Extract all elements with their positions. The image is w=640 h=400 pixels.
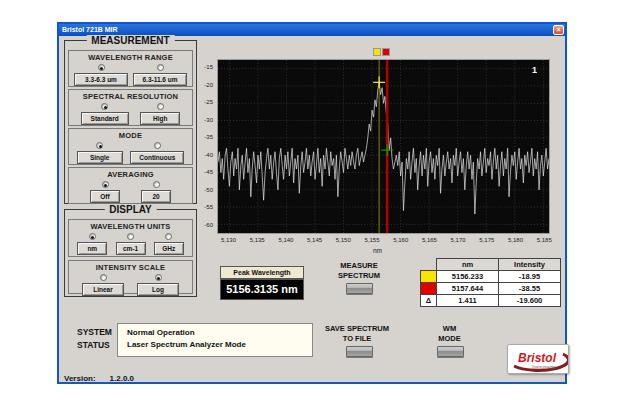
status-label: STATUS [77, 340, 110, 350]
status-line-1: Normal Operation [127, 328, 312, 337]
version-value: 1.2.0.0 [110, 374, 134, 383]
scale-log-radio[interactable] [155, 274, 162, 281]
y-tick-label: -60 [189, 222, 213, 228]
spectral-resolution-group: SPECTRAL RESOLUTION Standard High [68, 89, 193, 126]
mode-single-button[interactable]: Single [77, 151, 123, 164]
marker-table: nm Intensity 5156.233 -18.95 5157.644 -3… [420, 258, 561, 307]
averaging-title: AVERAGING [69, 170, 192, 179]
close-icon[interactable]: × [553, 25, 564, 35]
window-title: Bristol 721B MIR [62, 26, 118, 33]
wavelength-range-low-button[interactable]: 3.3-6.3 um [74, 73, 128, 86]
save-spectrum-label: SAVE SPECTRUM TO FILE [319, 324, 395, 344]
units-cm1-radio[interactable] [127, 233, 134, 240]
x-tick-label: 5,145 [300, 237, 330, 243]
y-tick-label: -50 [189, 187, 213, 193]
mode-title: MODE [69, 131, 192, 140]
y-tick-label: -45 [189, 169, 213, 175]
units-nm-button[interactable]: nm [77, 242, 107, 255]
x-tick-label: 5,155 [357, 237, 387, 243]
marker-table-header-nm: nm [437, 259, 499, 271]
wavelength-range-high-button[interactable]: 6.3-11.6 um [133, 73, 187, 86]
delta-symbol: Δ [421, 295, 437, 307]
marker-table-header-intensity: Intensity [499, 259, 561, 271]
status-line-2: Laser Spectrum Analyzer Mode [127, 340, 312, 349]
svg-text:Instruments: Instruments [532, 365, 556, 370]
wavelength-range-low-radio[interactable] [98, 64, 105, 71]
averaging-20-radio[interactable] [153, 181, 160, 188]
x-tick-label: 5,175 [472, 237, 502, 243]
measurement-group: MEASUREMENT WAVELENGTH RANGE 3.3-6.3 um … [64, 40, 197, 204]
peak-wavelength-value: 5156.3135 nm [220, 279, 304, 300]
averaging-off-radio[interactable] [102, 181, 109, 188]
units-nm-radio[interactable] [89, 233, 96, 240]
resolution-high-radio[interactable] [157, 103, 164, 110]
table-row: 5156.233 -18.95 [421, 271, 561, 283]
averaging-20-button[interactable]: 20 [141, 190, 171, 203]
wavelength-range-high-radio[interactable] [157, 64, 164, 71]
units-ghz-radio[interactable] [165, 233, 172, 240]
wavelength-units-title: WAVELENGTH UNITS [69, 222, 192, 231]
measure-spectrum-label: MEASURE SPECTRUM [329, 261, 389, 281]
x-axis-unit-label: nm [373, 247, 382, 254]
wm-mode-label: WM MODE [427, 324, 472, 344]
y-tick-label: -35 [189, 134, 213, 140]
scale-linear-button[interactable]: Linear [82, 283, 124, 296]
x-tick-label: 5,130 [213, 237, 243, 243]
x-tick-label: 5,135 [242, 237, 272, 243]
averaging-off-button[interactable]: Off [90, 190, 120, 203]
table-row: Δ 1.411 -19.600 [421, 295, 561, 307]
spectrum-plot[interactable] [217, 59, 550, 234]
mode-single-radio[interactable] [96, 142, 103, 149]
y-tick-label: -15 [189, 64, 213, 70]
wavelength-units-group: WAVELENGTH UNITS nm cm-1 GHz [68, 219, 193, 257]
units-ghz-button[interactable]: GHz [154, 242, 184, 255]
y-tick-label: -25 [189, 99, 213, 105]
display-group-title: DISPLAY [104, 204, 156, 215]
resolution-high-button[interactable]: High [140, 112, 180, 125]
y-tick-label: -20 [189, 82, 213, 88]
mode-continuous-button[interactable]: Continuous [130, 151, 184, 164]
marker1-intensity: -18.95 [499, 271, 561, 283]
spectral-resolution-title: SPECTRAL RESOLUTION [69, 92, 192, 101]
delta-intensity: -19.600 [499, 295, 561, 307]
measurement-group-title: MEASUREMENT [86, 35, 174, 46]
marker-table-header-row: nm Intensity [421, 259, 561, 271]
y-tick-label: -55 [189, 204, 213, 210]
x-tick-label: 5,185 [529, 237, 559, 243]
intensity-scale-group: INTENSITY SCALE Linear Log [68, 260, 193, 294]
x-tick-label: 5,180 [501, 237, 531, 243]
x-tick-label: 5,165 [414, 237, 444, 243]
scale-log-button[interactable]: Log [137, 283, 179, 296]
intensity-scale-title: INTENSITY SCALE [69, 263, 192, 272]
bristol-logo: Bristol Instruments [507, 344, 569, 374]
app-window: Bristol 721B MIR × MEASUREMENT WAVELENGT… [57, 22, 567, 384]
mode-continuous-radio[interactable] [154, 142, 161, 149]
wavelength-range-group: WAVELENGTH RANGE 3.3-6.3 um 6.3-11.6 um [68, 50, 193, 87]
delta-nm: 1.411 [437, 295, 499, 307]
y-tick-label: -40 [189, 152, 213, 158]
averaging-group: AVERAGING Off 20 [68, 167, 193, 204]
table-row: 5157.644 -38.55 [421, 283, 561, 295]
status-box: Normal Operation Laser Spectrum Analyzer… [117, 323, 313, 357]
mode-group: MODE Single Continuous [68, 128, 193, 165]
scale-linear-radio[interactable] [100, 274, 107, 281]
wavelength-range-title: WAVELENGTH RANGE [69, 53, 192, 62]
bristol-logo-swoosh: Bristol Instruments [508, 345, 568, 373]
marker2-intensity: -38.55 [499, 283, 561, 295]
units-cm1-button[interactable]: cm-1 [116, 242, 146, 255]
marker1-swatch [421, 271, 437, 283]
wm-mode-button[interactable] [437, 346, 464, 357]
version-label: Version: [64, 374, 96, 383]
measure-spectrum-button[interactable] [346, 283, 373, 294]
version-row: Version: 1.2.0.0 [64, 374, 134, 383]
svg-text:Bristol: Bristol [518, 351, 557, 365]
save-spectrum-button[interactable] [346, 346, 373, 357]
system-label: SYSTEM [77, 327, 112, 337]
resolution-standard-button[interactable]: Standard [81, 112, 129, 125]
y-tick-label: -30 [189, 117, 213, 123]
x-tick-label: 5,150 [328, 237, 358, 243]
peak-wavelength-label: Peak Wavelength [220, 266, 304, 279]
display-group: DISPLAY WAVELENGTH UNITS nm cm-1 GHz INT [64, 209, 197, 297]
resolution-standard-radio[interactable] [101, 103, 108, 110]
x-tick-label: 5,170 [443, 237, 473, 243]
